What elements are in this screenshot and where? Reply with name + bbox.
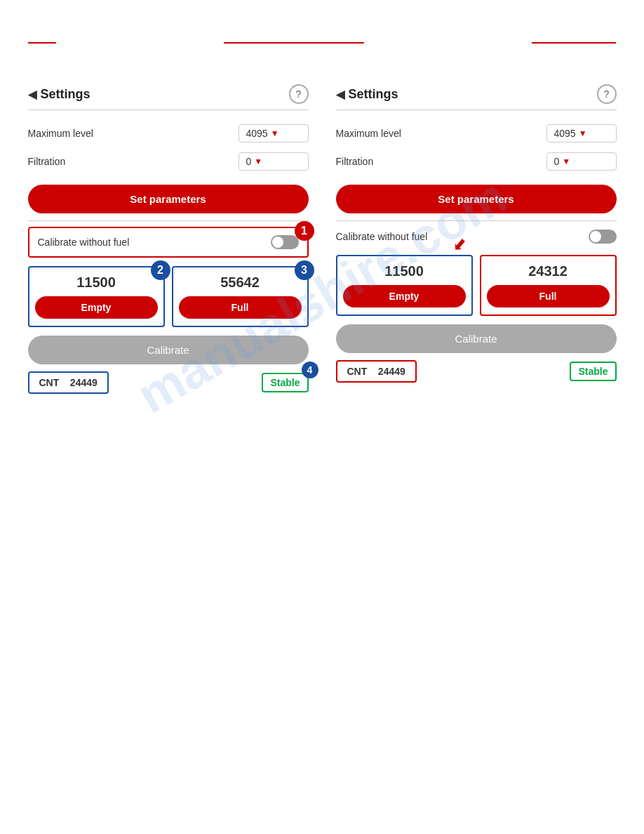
right-set-params-button[interactable]: Set parameters <box>336 185 617 213</box>
right-empty-button[interactable]: Empty <box>343 285 466 307</box>
right-calibrate-toggle[interactable] <box>589 230 617 244</box>
left-filtration-select[interactable]: 0 ▼ <box>239 152 309 171</box>
right-divider <box>336 220 617 221</box>
right-full-value: 24312 <box>528 263 568 279</box>
right-calibrate-button: Calibrate <box>336 324 617 353</box>
right-filtration-value: 0 <box>554 156 560 167</box>
left-empty-value: 11500 <box>76 274 116 291</box>
top-line-center <box>224 42 364 44</box>
left-panel-header: ◀ Settings ? <box>28 84 309 110</box>
right-settings-panel: ◀ Settings ? Maximum level 4095 ▼ Filtra… <box>336 84 617 394</box>
left-step1-badge: 1 <box>295 221 314 241</box>
left-cnt-label: CNT <box>39 377 60 388</box>
left-empty-box: 11500 Empty 2 <box>28 266 165 327</box>
left-back-arrow-icon[interactable]: ◀ <box>28 88 36 101</box>
right-cnt-value: 24449 <box>378 366 405 377</box>
right-panel-header: ◀ Settings ? <box>336 84 617 110</box>
left-calibrate-fuel-label: Calibrate without fuel <box>38 237 130 248</box>
right-calibrate-fuel-row: Calibrate without fuel <box>336 227 617 246</box>
left-help-button[interactable]: ? <box>289 84 309 104</box>
right-max-level-value: 4095 <box>554 128 576 139</box>
right-max-level-select[interactable]: 4095 ▼ <box>546 124 617 143</box>
left-max-level-dropdown-icon: ▼ <box>271 128 279 138</box>
left-filtration-label: Filtration <box>28 156 66 167</box>
left-cnt-value: 24449 <box>70 377 98 388</box>
left-panel-title: ◀ Settings <box>28 87 90 102</box>
left-step3-badge: 3 <box>295 260 314 280</box>
right-calibrate-fuel-label: Calibrate without fuel <box>336 231 428 242</box>
right-full-box: 24312 Full ➡ <box>480 255 617 316</box>
top-line-left <box>28 42 56 44</box>
right-cnt-label: CNT <box>347 366 368 377</box>
right-stable-badge: Stable <box>570 362 616 381</box>
left-calibrate-toggle[interactable] <box>271 235 299 249</box>
left-filtration-dropdown-icon: ▼ <box>254 157 262 166</box>
left-full-box: 55642 Full 3 <box>172 266 309 327</box>
left-max-level-row: Maximum level 4095 ▼ <box>28 124 309 143</box>
left-settings-panel: ◀ Settings ? Maximum level 4095 ▼ Filtra… <box>28 84 309 394</box>
left-empty-button[interactable]: Empty <box>35 296 158 319</box>
right-filtration-label: Filtration <box>336 156 374 167</box>
right-filtration-row: Filtration 0 ▼ <box>336 152 617 171</box>
left-filtration-row: Filtration 0 ▼ <box>28 152 309 171</box>
right-filtration-dropdown-icon: ▼ <box>562 157 570 166</box>
right-max-level-dropdown-icon: ▼ <box>579 128 587 138</box>
right-max-level-label: Maximum level <box>336 128 401 139</box>
left-divider <box>28 220 309 221</box>
right-panel-title-text: Settings <box>349 87 398 102</box>
right-max-level-row: Maximum level 4095 ▼ <box>336 124 617 143</box>
right-empty-value: 11500 <box>384 263 424 279</box>
left-cnt-box: CNT 24449 4 <box>28 371 109 394</box>
top-line-right <box>532 42 616 44</box>
left-panel-title-text: Settings <box>41 87 90 102</box>
left-step4-badge: 4 <box>302 362 318 378</box>
right-panel-title: ◀ Settings <box>336 87 398 102</box>
left-calibrate-fuel-row: Calibrate without fuel 1 <box>28 227 309 258</box>
left-step2-badge: 2 <box>151 260 170 280</box>
right-filtration-select[interactable]: 0 ▼ <box>546 152 617 171</box>
left-stable-badge: Stable <box>262 373 308 392</box>
left-full-button[interactable]: Full <box>179 296 302 319</box>
right-ef-row: 11500 Empty 24312 Full ➡ <box>336 255 617 316</box>
left-set-params-button[interactable]: Set parameters <box>28 185 309 213</box>
left-cnt-row: CNT 24449 4 Stable <box>28 371 309 394</box>
left-max-level-label: Maximum level <box>28 128 93 139</box>
panels-container: ◀ Settings ? Maximum level 4095 ▼ Filtra… <box>0 0 644 422</box>
left-full-value: 55642 <box>220 274 260 291</box>
right-full-button[interactable]: Full <box>487 285 610 307</box>
left-max-level-value: 4095 <box>246 128 268 139</box>
right-empty-box: 11500 Empty <box>336 255 473 316</box>
left-ef-row: 11500 Empty 2 55642 Full 3 <box>28 266 309 327</box>
right-help-button[interactable]: ? <box>597 84 617 104</box>
top-decorative-lines <box>0 42 644 44</box>
left-max-level-select[interactable]: 4095 ▼ <box>239 124 309 143</box>
left-calibrate-button: Calibrate <box>28 336 309 364</box>
right-cnt-box: CNT 24449 <box>336 360 417 383</box>
right-cnt-row: CNT 24449 Stable <box>336 360 617 383</box>
left-filtration-value: 0 <box>246 156 252 167</box>
right-back-arrow-icon[interactable]: ◀ <box>336 88 344 101</box>
